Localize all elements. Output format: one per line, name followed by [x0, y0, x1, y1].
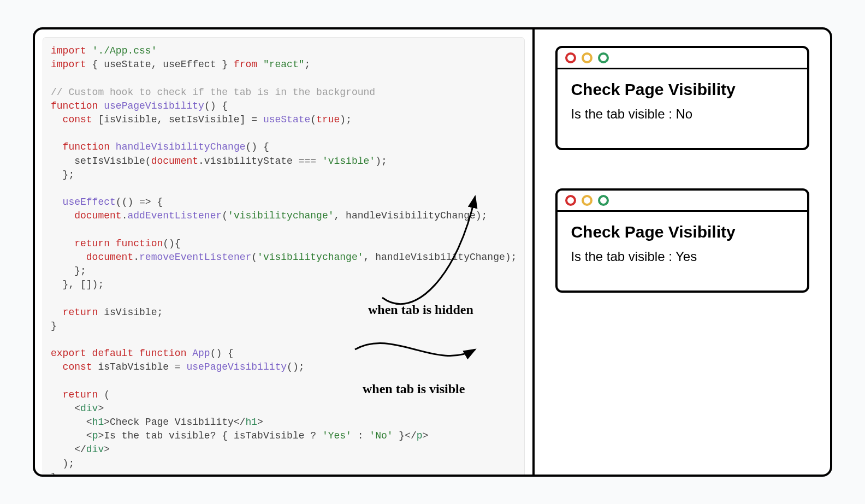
- code-token: setIsVisible(: [51, 156, 151, 167]
- browser-titlebar: [558, 48, 807, 69]
- code-token: };: [51, 169, 74, 180]
- browser-body: Check Page Visibility Is the tab visible…: [558, 212, 807, 290]
- code-token: </: [51, 444, 86, 455]
- code-token: import: [51, 45, 86, 56]
- code-token: >Check Page Visibility</: [104, 417, 245, 428]
- code-token: true: [316, 114, 340, 125]
- annotation-hidden: when tab is hidden: [368, 303, 473, 317]
- code-token: .visibilityState ===: [198, 156, 322, 167]
- code-token: div: [80, 403, 98, 414]
- code-pane: import './App.css' import { useState, us…: [35, 29, 535, 475]
- code-token: useEffect: [51, 197, 116, 207]
- code-token: ();: [287, 361, 304, 372]
- code-token: const: [51, 114, 92, 125]
- code-token: (){: [163, 238, 180, 249]
- browser-body: Check Page Visibility Is the tab visible…: [558, 69, 807, 148]
- code-token: );: [51, 458, 74, 469]
- code-token: from: [234, 59, 257, 70]
- code-token: 'No': [369, 430, 393, 441]
- code-token: );: [375, 156, 387, 167]
- code-token: document: [51, 252, 133, 263]
- code-token: }, []);: [51, 279, 104, 290]
- code-token: <: [51, 417, 92, 428]
- diagram-frame: import './App.css' import { useState, us…: [33, 27, 832, 477]
- code-token: return: [51, 389, 98, 400]
- code-token: (: [310, 114, 316, 125]
- code-token: return function: [51, 238, 163, 249]
- code-token: }: [51, 321, 57, 331]
- code-token: }: [51, 472, 57, 477]
- output-title: Check Page Visibility: [571, 80, 794, 99]
- browser-hidden-state: Check Page Visibility Is the tab visible…: [555, 46, 809, 150]
- code-token: export default function: [51, 348, 186, 359]
- code-token: isTabVisible =: [92, 361, 187, 372]
- code-token: "react": [257, 59, 304, 70]
- code-token: () {: [210, 348, 234, 359]
- code-token: useState: [263, 114, 310, 125]
- code-token: <: [51, 430, 92, 441]
- code-token: document: [51, 210, 122, 221]
- code-token: (: [251, 252, 257, 263]
- code-token: { useState, useEffect }: [86, 59, 234, 70]
- code-token: .: [133, 252, 139, 263]
- code-token: 'visibilitychange': [257, 252, 363, 263]
- code-token: p: [92, 430, 98, 441]
- code-block: import './App.css' import { useState, us…: [43, 37, 525, 477]
- code-token: './App.css': [92, 45, 157, 56]
- code-token: <: [51, 403, 80, 414]
- code-token: () {: [245, 141, 269, 152]
- window-dot-green-icon: [598, 52, 609, 63]
- code-token: addEventListener: [127, 210, 222, 221]
- output-pane: Check Page Visibility Is the tab visible…: [535, 29, 830, 475]
- annotation-visible: when tab is visible: [363, 382, 465, 396]
- code-token: };: [51, 265, 86, 276]
- window-dot-red-icon: [565, 52, 576, 63]
- code-token: return: [51, 307, 98, 318]
- code-token: :: [352, 430, 369, 441]
- output-title: Check Page Visibility: [571, 223, 794, 241]
- code-token: (: [98, 389, 110, 400]
- code-token: const: [51, 361, 92, 372]
- code-token: App: [192, 348, 210, 359]
- code-token: usePageVisibility: [186, 361, 287, 372]
- browser-titlebar: [558, 191, 807, 212]
- code-token: .: [122, 210, 128, 221]
- code-token: handleVisibilityChange: [116, 141, 246, 152]
- code-token: , handleVisibilityChange);: [364, 252, 517, 263]
- code-token: removeEventListener: [139, 252, 251, 263]
- code-token: [isVisible, setIsVisible] =: [92, 114, 263, 125]
- code-token: (: [222, 210, 228, 221]
- window-dot-green-icon: [598, 195, 609, 206]
- code-token: >: [104, 444, 110, 455]
- code-token: div: [86, 444, 104, 455]
- code-token: (() => {: [116, 197, 163, 207]
- code-token: >: [423, 430, 429, 441]
- code-token: function: [51, 141, 110, 152]
- browser-visible-state: Check Page Visibility Is the tab visible…: [555, 188, 809, 293]
- code-comment: // Custom hook to check if the tab is in…: [51, 87, 375, 98]
- code-token: import: [51, 59, 86, 70]
- code-token: function: [51, 100, 98, 111]
- code-token: 'visibilitychange': [228, 210, 334, 221]
- output-status: Is the tab visible : No: [571, 106, 794, 122]
- window-dot-red-icon: [565, 195, 576, 206]
- code-token: >: [257, 417, 263, 428]
- code-token: >Is the tab visible? { isTabVisible ?: [98, 430, 322, 441]
- code-token: );: [340, 114, 352, 125]
- code-token: document: [151, 156, 198, 167]
- code-token: 'visible': [322, 156, 375, 167]
- code-token: }</: [393, 430, 417, 441]
- code-token: isVisible;: [98, 307, 163, 318]
- code-token: 'Yes': [322, 430, 352, 441]
- code-token: usePageVisibility: [104, 100, 204, 111]
- code-token: () {: [204, 100, 228, 111]
- output-status: Is the tab visible : Yes: [571, 249, 794, 264]
- code-token: h1: [245, 417, 257, 428]
- code-token: , handleVisibilityChange);: [334, 210, 488, 221]
- code-token: p: [417, 430, 423, 441]
- code-token: h1: [92, 417, 104, 428]
- window-dot-yellow-icon: [582, 52, 593, 63]
- window-dot-yellow-icon: [582, 195, 593, 206]
- code-token: >: [98, 403, 104, 414]
